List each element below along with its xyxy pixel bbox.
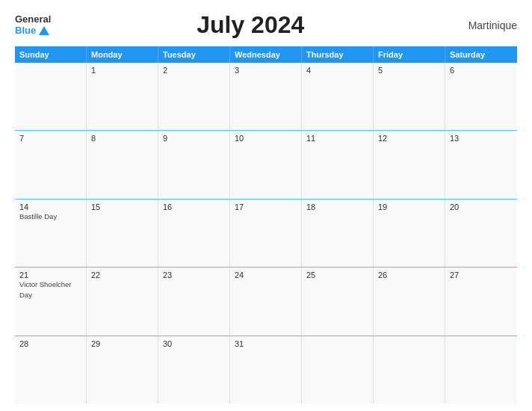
calendar-cell: 24 bbox=[230, 268, 302, 335]
cell-date: 18 bbox=[306, 203, 368, 211]
logo-blue-text: Blue bbox=[15, 25, 49, 36]
calendar-cell: 3 bbox=[230, 63, 302, 130]
cell-date: 14 bbox=[19, 203, 81, 211]
calendar-title: July 2024 bbox=[51, 11, 450, 39]
logo-triangle-icon bbox=[39, 26, 49, 35]
cell-date: 25 bbox=[306, 271, 368, 279]
calendar-cell: 28 bbox=[15, 336, 87, 404]
header: General Blue July 2024 Martinique bbox=[15, 11, 517, 39]
calendar-cell bbox=[374, 336, 445, 404]
logo: General Blue bbox=[15, 14, 51, 36]
calendar-cell bbox=[15, 63, 87, 130]
cell-date: 26 bbox=[378, 271, 440, 279]
days-header: SundayMondayTuesdayWednesdayThursdayFrid… bbox=[15, 46, 517, 63]
calendar-cell: 7 bbox=[15, 131, 87, 198]
week-row-2: 14Bastille Day151617181920 bbox=[15, 200, 517, 268]
cell-date: 19 bbox=[378, 203, 440, 211]
day-name-thursday: Thursday bbox=[302, 46, 374, 63]
region-label: Martinique bbox=[450, 19, 517, 31]
calendar-cell: 14Bastille Day bbox=[15, 200, 87, 267]
calendar-cell: 6 bbox=[445, 63, 517, 130]
cell-event: Victor Shoelcher Day bbox=[19, 280, 72, 298]
calendar-cell: 30 bbox=[158, 336, 230, 404]
calendar-cell: 26 bbox=[374, 268, 445, 335]
calendar-cell: 12 bbox=[374, 131, 445, 198]
logo-general-text: General bbox=[15, 14, 51, 25]
calendar-cell: 19 bbox=[374, 200, 445, 267]
weeks-container: 1234567891011121314Bastille Day151617181… bbox=[15, 63, 517, 404]
cell-date: 15 bbox=[91, 203, 153, 211]
week-row-1: 78910111213 bbox=[15, 131, 517, 199]
cell-date: 1 bbox=[91, 66, 153, 75]
cell-date: 27 bbox=[450, 271, 513, 279]
cell-date: 31 bbox=[235, 339, 297, 348]
calendar-cell: 20 bbox=[445, 200, 517, 267]
cell-date: 30 bbox=[163, 339, 225, 348]
cell-date: 28 bbox=[19, 339, 81, 348]
week-row-4: 28293031 bbox=[15, 336, 517, 404]
day-name-sunday: Sunday bbox=[15, 46, 87, 63]
cell-date: 17 bbox=[235, 203, 297, 211]
cell-date: 8 bbox=[91, 134, 153, 143]
day-name-friday: Friday bbox=[374, 46, 445, 63]
calendar-cell: 4 bbox=[302, 63, 374, 130]
week-row-0: 123456 bbox=[15, 63, 517, 131]
cell-date: 21 bbox=[19, 271, 81, 279]
cell-date: 3 bbox=[235, 66, 297, 75]
calendar-cell bbox=[445, 336, 517, 404]
calendar-cell: 2 bbox=[158, 63, 230, 130]
cell-date: 29 bbox=[91, 339, 153, 348]
cell-date: 22 bbox=[91, 271, 153, 279]
calendar-cell: 11 bbox=[302, 131, 374, 198]
calendar-cell: 18 bbox=[302, 200, 374, 267]
calendar-cell: 1 bbox=[87, 63, 158, 130]
cell-date: 12 bbox=[378, 134, 440, 143]
calendar-cell: 29 bbox=[87, 336, 158, 404]
day-name-wednesday: Wednesday bbox=[230, 46, 302, 63]
cell-event: Bastille Day bbox=[19, 212, 57, 220]
calendar-cell: 31 bbox=[230, 336, 302, 404]
week-row-3: 21Victor Shoelcher Day222324252627 bbox=[15, 268, 517, 336]
day-name-saturday: Saturday bbox=[445, 46, 517, 63]
calendar-cell: 9 bbox=[158, 131, 230, 198]
calendar-cell: 13 bbox=[445, 131, 517, 198]
day-name-monday: Monday bbox=[87, 46, 158, 63]
calendar-cell: 27 bbox=[445, 268, 517, 335]
calendar-cell: 5 bbox=[374, 63, 445, 130]
calendar-cell: 23 bbox=[158, 268, 230, 335]
cell-date: 24 bbox=[235, 271, 297, 279]
cell-date: 4 bbox=[306, 66, 368, 75]
day-name-tuesday: Tuesday bbox=[158, 46, 230, 63]
cell-date: 9 bbox=[163, 134, 225, 143]
calendar-cell: 10 bbox=[230, 131, 302, 198]
cell-date: 20 bbox=[450, 203, 513, 211]
cell-date: 2 bbox=[163, 66, 225, 75]
cell-date: 7 bbox=[19, 134, 81, 143]
calendar-cell: 8 bbox=[87, 131, 158, 198]
calendar-grid: SundayMondayTuesdayWednesdayThursdayFrid… bbox=[15, 46, 517, 404]
cell-date: 10 bbox=[235, 134, 297, 143]
calendar-cell: 16 bbox=[158, 200, 230, 267]
calendar-cell: 17 bbox=[230, 200, 302, 267]
calendar-cell: 25 bbox=[302, 268, 374, 335]
cell-date: 23 bbox=[163, 271, 225, 279]
calendar-cell: 22 bbox=[87, 268, 158, 335]
calendar-cell: 15 bbox=[87, 200, 158, 267]
cell-date: 6 bbox=[450, 66, 513, 75]
calendar-cell: 21Victor Shoelcher Day bbox=[15, 268, 87, 335]
calendar-cell bbox=[302, 336, 374, 404]
cell-date: 5 bbox=[378, 66, 440, 75]
calendar-page: General Blue July 2024 Martinique Sunday… bbox=[0, 0, 532, 411]
cell-date: 16 bbox=[163, 203, 225, 211]
cell-date: 13 bbox=[450, 134, 513, 143]
cell-date: 11 bbox=[306, 134, 368, 143]
